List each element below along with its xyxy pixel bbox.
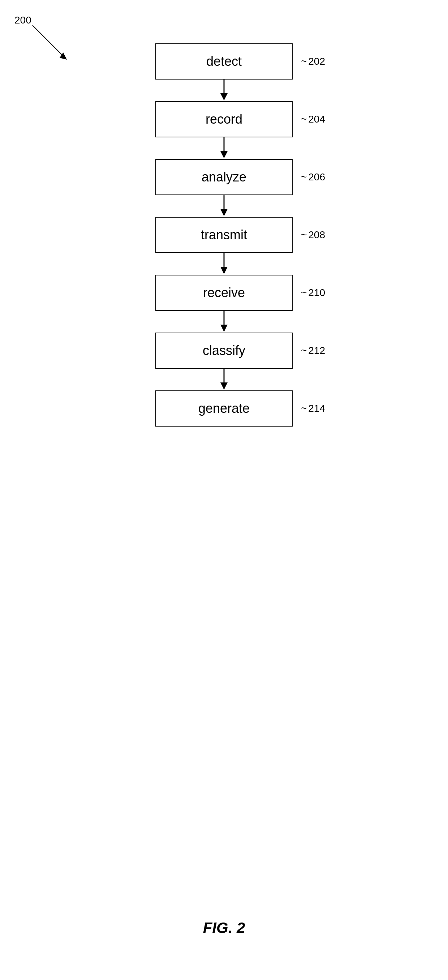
- label-classify: classify: [203, 343, 245, 358]
- flow-step-receive: receive ~210: [155, 275, 293, 311]
- arrow-2: [217, 137, 231, 159]
- ref-detect: ~202: [301, 56, 325, 67]
- svg-marker-4: [221, 93, 227, 100]
- box-detect: detect: [155, 43, 293, 80]
- figure-label: FIG. 2: [203, 919, 245, 937]
- diagram-id-arrow: 200: [11, 11, 83, 69]
- ref-record: ~204: [301, 113, 325, 125]
- label-receive: receive: [203, 285, 245, 301]
- page-container: 200 detect ~202 record: [0, 0, 448, 980]
- box-classify: classify: [155, 332, 293, 369]
- flowchart: detect ~202 record ~204: [155, 43, 293, 426]
- label-detect: detect: [206, 54, 242, 69]
- ref-transmit: ~208: [301, 229, 325, 241]
- svg-line-1: [33, 25, 65, 58]
- ref-receive: ~210: [301, 287, 325, 299]
- arrow-1: [217, 80, 231, 101]
- flow-step-transmit: transmit ~208: [155, 217, 293, 253]
- box-record: record: [155, 101, 293, 137]
- svg-marker-8: [221, 209, 227, 216]
- arrow-5: [217, 311, 231, 332]
- ref-analyze: ~206: [301, 171, 325, 183]
- box-analyze: analyze: [155, 159, 293, 195]
- flow-step-analyze: analyze ~206: [155, 159, 293, 195]
- flow-step-record: record ~204: [155, 101, 293, 137]
- label-transmit: transmit: [201, 228, 247, 243]
- flow-step-generate: generate ~214: [155, 390, 293, 426]
- svg-text:200: 200: [14, 14, 32, 25]
- ref-generate: ~214: [301, 403, 325, 414]
- label-record: record: [206, 112, 242, 127]
- arrow-4: [217, 253, 231, 275]
- box-transmit: transmit: [155, 217, 293, 253]
- svg-marker-14: [221, 382, 227, 390]
- flow-step-classify: classify ~212: [155, 332, 293, 369]
- svg-marker-12: [221, 325, 227, 332]
- label-analyze: analyze: [202, 170, 246, 185]
- label-generate: generate: [199, 401, 249, 416]
- svg-marker-10: [221, 267, 227, 274]
- flow-step-detect: detect ~202: [155, 43, 293, 80]
- ref-classify: ~212: [301, 345, 325, 356]
- arrow-6: [217, 369, 231, 390]
- svg-marker-6: [221, 151, 227, 158]
- box-receive: receive: [155, 275, 293, 311]
- box-generate: generate: [155, 390, 293, 426]
- arrow-3: [217, 195, 231, 217]
